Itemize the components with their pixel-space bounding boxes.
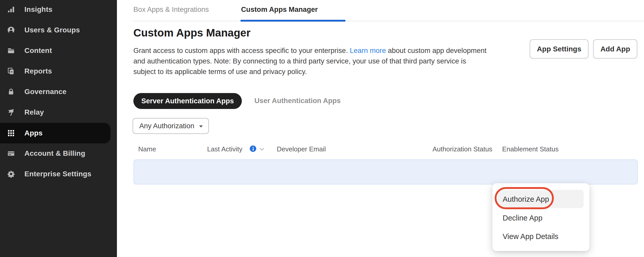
caret-down-icon <box>199 125 203 127</box>
tab-bar-divider <box>133 21 644 21</box>
bar-chart-icon <box>7 6 15 13</box>
menu-item-view-app-details[interactable]: View App Details <box>503 232 558 241</box>
app-settings-button[interactable]: App Settings <box>530 39 588 59</box>
sidebar-item-label: Account & Billing <box>24 149 85 158</box>
add-app-button[interactable]: Add App <box>593 39 637 59</box>
sidebar: Insights Users & Groups Content <box>0 0 117 257</box>
sidebar-item-relay[interactable]: Relay <box>0 102 117 123</box>
chevron-down-icon[interactable] <box>260 146 264 150</box>
sidebar-item-label: Apps <box>24 129 43 137</box>
sidebar-item-label: Relay <box>24 108 44 116</box>
sidebar-item-insights[interactable]: Insights <box>0 0 117 20</box>
flag-icon <box>7 108 15 116</box>
sidebar-item-label: Insights <box>24 5 52 14</box>
sidebar-item-label: Reports <box>24 67 52 75</box>
column-header-developer-email: Developer Email <box>277 145 326 153</box>
column-header-name: Name <box>138 145 156 153</box>
tab-server-authentication-apps[interactable]: Server Authentication Apps <box>133 93 242 109</box>
grid-icon <box>7 129 15 137</box>
sidebar-item-label: Users & Groups <box>24 26 80 34</box>
sidebar-item-governance[interactable]: Governance <box>0 81 117 102</box>
sidebar-item-reports[interactable]: Reports <box>0 61 117 81</box>
sidebar-item-content[interactable]: Content <box>0 40 117 61</box>
lock-icon <box>7 88 15 96</box>
sidebar-item-label: Governance <box>24 88 67 96</box>
description-line-1: Grant access to custom apps with access … <box>133 45 486 56</box>
tab-custom-apps-manager[interactable]: Custom Apps Manager <box>241 5 318 14</box>
sidebar-item-enterprise-settings[interactable]: Enterprise Settings <box>0 164 117 184</box>
sidebar-item-apps[interactable]: Apps <box>0 123 111 143</box>
folder-icon <box>7 47 15 54</box>
column-header-authorization-status: Authorization Status <box>433 145 492 153</box>
sidebar-item-label: Enterprise Settings <box>24 170 91 178</box>
info-icon[interactable] <box>250 145 256 152</box>
menu-item-authorize-app[interactable]: Authorize App <box>503 195 549 204</box>
tab-user-authentication-apps[interactable]: User Authentication Apps <box>254 97 341 105</box>
tab-box-apps-integrations[interactable]: Box Apps & Integrations <box>133 5 209 14</box>
sidebar-item-label: Content <box>24 47 52 55</box>
gear-icon <box>7 170 15 178</box>
menu-item-decline-app[interactable]: Decline App <box>503 214 542 222</box>
column-header-enablement-status: Enablement Status <box>502 145 559 153</box>
column-header-last-activity[interactable]: Last Activity <box>207 145 242 153</box>
active-tab-underline <box>241 20 345 22</box>
report-icon <box>7 67 15 75</box>
learn-more-link[interactable]: Learn more <box>350 47 386 54</box>
authorization-filter-dropdown[interactable]: Any Authorization <box>133 118 209 134</box>
filter-selected-value: Any Authorization <box>139 122 194 130</box>
description-line-2: and authentication types. Note: By conne… <box>133 56 486 66</box>
credit-card-icon <box>7 150 15 157</box>
user-icon <box>7 26 15 34</box>
page-description: Grant access to custom apps with access … <box>133 45 486 77</box>
sidebar-item-account-billing[interactable]: Account & Billing <box>0 143 117 164</box>
page-title: Custom Apps Manager <box>133 27 251 39</box>
context-menu: Authorize App Decline App View App Detai… <box>492 183 590 251</box>
table-row <box>133 159 638 185</box>
sidebar-item-users-groups[interactable]: Users & Groups <box>0 20 117 40</box>
description-line-3: subject to its applicable terms of use a… <box>133 66 486 77</box>
